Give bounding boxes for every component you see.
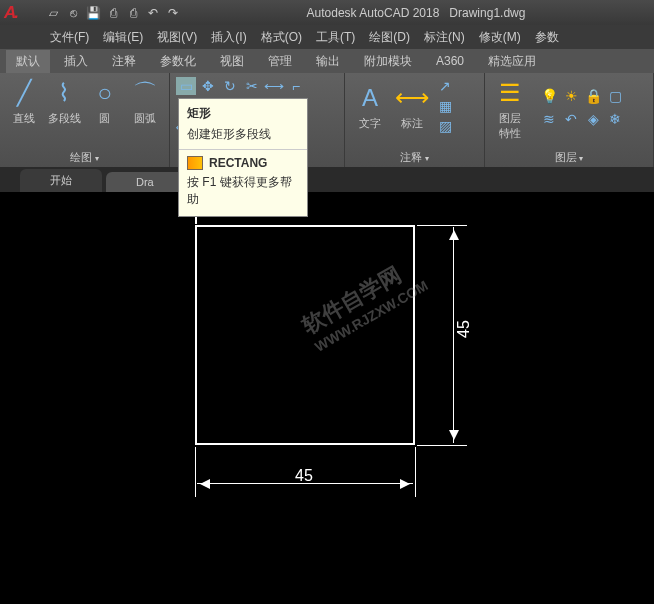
tab-a360[interactable]: A360 [426,51,474,71]
app-logo[interactable]: A. [4,3,36,23]
dim-ext-line [195,447,196,497]
move-icon[interactable]: ✥ [198,77,218,95]
text-button[interactable]: A 文字 [351,82,389,131]
leader-icon[interactable]: ↗ [435,77,455,95]
menu-edit[interactable]: 编辑(E) [103,29,143,46]
menu-format[interactable]: 格式(O) [261,29,302,46]
arc-icon: ⌒ [129,77,161,109]
panel-layers: ☰ 图层 特性 💡 ☀ 🔒 ▢ ≋ ↶ ◈ ❄ 图层 [485,73,654,167]
polyline-icon: ⌇ [48,77,80,109]
quick-access-toolbar: ▱ ⎋ 💾 ⎙ ⎙ ↶ ↷ [44,4,182,22]
tooltip-command: RECTANG [179,150,307,172]
rotate-icon[interactable]: ↻ [220,77,240,95]
fillet-icon[interactable]: ⌐ [286,77,306,95]
layer-properties-button[interactable]: ☰ 图层 特性 [491,77,529,141]
tab-view[interactable]: 视图 [210,50,254,73]
rectangle-icon[interactable]: ▭ [176,77,196,95]
sun-icon[interactable]: ☀ [561,87,581,105]
dimension-button[interactable]: ⟷ 标注 [393,82,431,131]
print-icon[interactable]: ⎙ [124,4,142,22]
new-icon[interactable]: ▱ [44,4,62,22]
tab-insert[interactable]: 插入 [54,50,98,73]
open-icon[interactable]: ⎋ [64,4,82,22]
drawing-content: 45 45 [195,225,415,445]
menu-draw[interactable]: 绘图(D) [369,29,410,46]
dim-ext-line [417,225,467,226]
panel-draw-title[interactable]: 绘图 [6,148,163,165]
layer-freeze-icon[interactable]: ❄ [605,110,625,128]
layer-iso-icon[interactable]: ◈ [583,110,603,128]
trim-icon[interactable]: ✂ [242,77,262,95]
tab-addons[interactable]: 附加模块 [354,50,422,73]
tab-annotate[interactable]: 注释 [102,50,146,73]
redo-icon[interactable]: ↷ [164,4,182,22]
panel-layers-title[interactable]: 图层 [491,148,647,165]
file-tabs: 开始 Dra [0,168,654,192]
menu-tools[interactable]: 工具(T) [316,29,355,46]
rectangle-cmd-icon [187,156,203,170]
dimension-width: 45 [295,467,313,485]
text-icon: A [354,82,386,114]
menu-dimension[interactable]: 标注(N) [424,29,465,46]
window-title: Autodesk AutoCAD 2018 Drawing1.dwg [182,6,650,20]
lock-icon[interactable]: 🔒 [583,87,603,105]
saveas-icon[interactable]: ⎙ [104,4,122,22]
panel-annotate: A 文字 ⟷ 标注 ↗ ▦ ▨ 注释 [345,73,485,167]
hatch-icon[interactable]: ▨ [435,117,455,135]
panel-annotate-title[interactable]: 注释 [351,148,478,165]
extend-icon[interactable]: ⟷ [264,77,284,95]
tab-output[interactable]: 输出 [306,50,350,73]
menu-insert[interactable]: 插入(I) [211,29,246,46]
line-icon: ╱ [8,77,40,109]
arc-button[interactable]: ⌒ 圆弧 [127,77,163,126]
lightbulb-icon[interactable]: 💡 [539,87,559,105]
dim-line-vertical [453,227,454,443]
ribbon-tabs: 默认 插入 注释 参数化 视图 管理 输出 附加模块 A360 精选应用 [0,49,654,73]
ribbon: ╱ 直线 ⌇ 多段线 ○ 圆 ⌒ 圆弧 绘图 ▭ ✥ ↻ ✂ ⟷ ⌐ [0,73,654,168]
menu-file[interactable]: 文件(F) [50,29,89,46]
menu-modify[interactable]: 修改(M) [479,29,521,46]
tooltip-subtitle: 创建矩形多段线 [179,124,307,149]
menu-params[interactable]: 参数 [535,29,559,46]
polyline-button[interactable]: ⌇ 多段线 [46,77,82,126]
tab-featured[interactable]: 精选应用 [478,50,546,73]
tab-manage[interactable]: 管理 [258,50,302,73]
menu-bar: 文件(F) 编辑(E) 视图(V) 插入(I) 格式(O) 工具(T) 绘图(D… [0,25,654,49]
dimension-height: 45 [455,320,473,338]
rectangle-shape [195,225,415,445]
tooltip-help: 按 F1 键获得更多帮助 [179,172,307,210]
layer-match-icon[interactable]: ≋ [539,110,559,128]
menu-view[interactable]: 视图(V) [157,29,197,46]
color-icon[interactable]: ▢ [605,87,625,105]
title-bar: A. ▱ ⎋ 💾 ⎙ ⎙ ↶ ↷ Autodesk AutoCAD 2018 D… [0,0,654,25]
line-button[interactable]: ╱ 直线 [6,77,42,126]
file-tab-start[interactable]: 开始 [20,169,102,192]
circle-icon: ○ [89,77,121,109]
layer-prev-icon[interactable]: ↶ [561,110,581,128]
panel-draw: ╱ 直线 ⌇ 多段线 ○ 圆 ⌒ 圆弧 绘图 [0,73,170,167]
tab-default[interactable]: 默认 [6,50,50,73]
dimension-icon: ⟷ [396,82,428,114]
dim-ext-line [415,447,416,497]
circle-button[interactable]: ○ 圆 [87,77,123,126]
save-icon[interactable]: 💾 [84,4,102,22]
tooltip: 矩形 创建矩形多段线 RECTANG 按 F1 键获得更多帮助 [178,98,308,217]
layers-icon: ☰ [494,77,526,109]
tab-parametric[interactable]: 参数化 [150,50,206,73]
file-tab-drawing[interactable]: Dra [106,172,184,192]
table-icon[interactable]: ▦ [435,97,455,115]
tooltip-title: 矩形 [179,99,307,124]
dim-ext-line [417,445,467,446]
undo-icon[interactable]: ↶ [144,4,162,22]
